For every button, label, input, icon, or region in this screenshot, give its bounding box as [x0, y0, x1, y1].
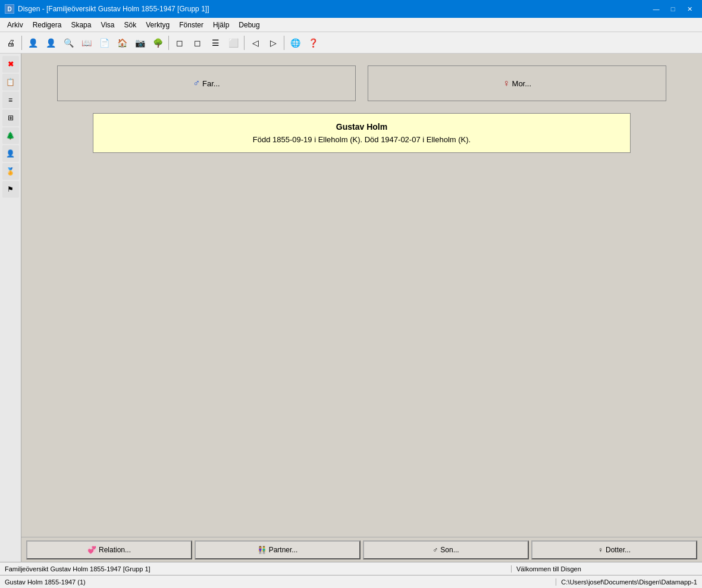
toolbar-forward[interactable]: ▷ [265, 35, 281, 51]
toolbar-sep-2 [168, 36, 169, 50]
toolbar: 🖨 👤 👤 🔍 📖 📄 🏠 📷 🌳 ◻ ◻ ☰ ⬜ ◁ ▷ 🌐 ❓ [0, 32, 702, 54]
toolbar-tree[interactable]: 🌳 [149, 35, 166, 51]
sidebar-btn-lines[interactable]: ≡ [2, 92, 19, 108]
sidebar-btn-doc[interactable]: 📋 [2, 74, 19, 90]
sidebar-btn-medal[interactable]: 🏅 [2, 163, 19, 180]
toolbar-search[interactable]: 🔍 [60, 35, 77, 51]
toolbar-print[interactable]: 🖨 [2, 35, 19, 51]
toolbar-home[interactable]: 🏠 [114, 35, 130, 51]
toolbar-document[interactable]: 📄 [96, 35, 112, 51]
person-section: Gustav Holm Född 1855-09-19 i Elleholm (… [57, 113, 666, 153]
menu-fonster[interactable]: Fönster [174, 18, 208, 32]
title-bar: D Disgen - [Familjeöversikt Gustav Holm … [0, 0, 702, 18]
daughter-label: Dotter... [606, 546, 631, 554]
menu-debug[interactable]: Debug [234, 18, 264, 32]
sidebar-btn-grid[interactable]: ⊞ [2, 110, 19, 126]
app-icon: D [5, 4, 14, 14]
content-area: ♂ Far... ♀ Mor... Gustav Holm Född 1855-… [21, 54, 702, 562]
bottom-buttons: 💞 Relation... 👫 Partner... ♂ Son... ♀ Do… [21, 537, 702, 562]
menu-verktyg[interactable]: Verktyg [141, 18, 174, 32]
menu-sok[interactable]: Sök [120, 18, 142, 32]
sidebar-btn-tree[interactable]: 🌲 [2, 127, 19, 144]
menu-arkiv[interactable]: Arkiv [2, 18, 28, 32]
toolbar-person-male[interactable]: 👤 [24, 35, 41, 51]
father-label: Far... [202, 79, 220, 88]
daughter-button[interactable]: ♀ Dotter... [531, 540, 697, 559]
relation-label: Relation... [99, 546, 131, 554]
father-icon: ♂ [193, 78, 200, 89]
toolbar-view4[interactable]: ⬜ [225, 35, 242, 51]
menu-skapa[interactable]: Skapa [66, 18, 96, 32]
daughter-icon: ♀ [598, 546, 603, 554]
toolbar-book[interactable]: 📖 [78, 35, 95, 51]
sidebar: ✖ 📋 ≡ ⊞ 🌲 👤 🏅 ⚑ [0, 54, 21, 562]
status-left: Familjeöversikt Gustav Holm 1855-1947 [G… [0, 565, 512, 573]
toolbar-sep-4 [284, 36, 284, 50]
partner-icon: 👫 [258, 546, 267, 554]
window-controls: — □ ✕ [648, 3, 697, 15]
toolbar-sep-3 [244, 36, 245, 50]
mother-label: Mor... [512, 79, 532, 88]
toolbar-camera[interactable]: 📷 [131, 35, 148, 51]
close-button[interactable]: ✕ [682, 3, 697, 15]
person-name: Gustav Holm [105, 122, 618, 132]
toolbar-person-female[interactable]: 👤 [42, 35, 59, 51]
main-area: ✖ 📋 ≡ ⊞ 🌲 👤 🏅 ⚑ ♂ Far... ♀ Mor... [0, 54, 702, 562]
toolbar-globe[interactable]: 🌐 [287, 35, 303, 51]
sidebar-btn-x[interactable]: ✖ [2, 56, 19, 73]
son-button[interactable]: ♂ Son... [363, 540, 529, 559]
relation-button[interactable]: 💞 Relation... [26, 540, 192, 559]
bottom-status-bar: Gustav Holm 1855-1947 (1) C:\Users\josef… [0, 575, 702, 588]
mother-icon: ♀ [503, 78, 510, 89]
menu-hjalp[interactable]: Hjälp [208, 18, 234, 32]
sidebar-btn-person[interactable]: 👤 [2, 145, 19, 162]
menu-visa[interactable]: Visa [96, 18, 119, 32]
status-right: Välkommen till Disgen [512, 565, 702, 573]
status-bar: Familjeöversikt Gustav Holm 1855-1947 [G… [0, 562, 702, 575]
relation-icon: 💞 [87, 546, 96, 554]
title-bar-title: Disgen - [Familjeöversikt Gustav Holm 18… [18, 5, 648, 13]
toolbar-back[interactable]: ◁ [247, 35, 264, 51]
toolbar-sep-1 [21, 36, 22, 50]
person-dates: Född 1855-09-19 i Elleholm (K). Död 1947… [105, 135, 618, 144]
person-box: Gustav Holm Född 1855-09-19 i Elleholm (… [93, 113, 631, 153]
maximize-button[interactable]: □ [665, 3, 681, 15]
bottom-status-right: C:\Users\josef\Documents\Disgen\Datamapp… [556, 578, 702, 586]
partner-label: Partner... [269, 546, 298, 554]
toolbar-view1[interactable]: ◻ [171, 35, 188, 51]
content-inner: ♂ Far... ♀ Mor... Gustav Holm Född 1855-… [21, 54, 702, 537]
toolbar-help[interactable]: ❓ [305, 35, 321, 51]
toolbar-view3[interactable]: ☰ [207, 35, 224, 51]
father-box[interactable]: ♂ Far... [57, 65, 356, 101]
menu-bar: Arkiv Redigera Skapa Visa Sök Verktyg Fö… [0, 18, 702, 32]
mother-box[interactable]: ♀ Mor... [368, 65, 666, 101]
parents-row: ♂ Far... ♀ Mor... [21, 54, 702, 113]
sidebar-btn-flag[interactable]: ⚑ [2, 181, 19, 198]
son-label: Son... [440, 546, 459, 554]
son-icon: ♂ [433, 546, 438, 554]
bottom-status-left: Gustav Holm 1855-1947 (1) [0, 578, 556, 586]
toolbar-view2[interactable]: ◻ [189, 35, 206, 51]
partner-button[interactable]: 👫 Partner... [195, 540, 361, 559]
menu-redigera[interactable]: Redigera [28, 18, 67, 32]
minimize-button[interactable]: — [648, 3, 664, 15]
